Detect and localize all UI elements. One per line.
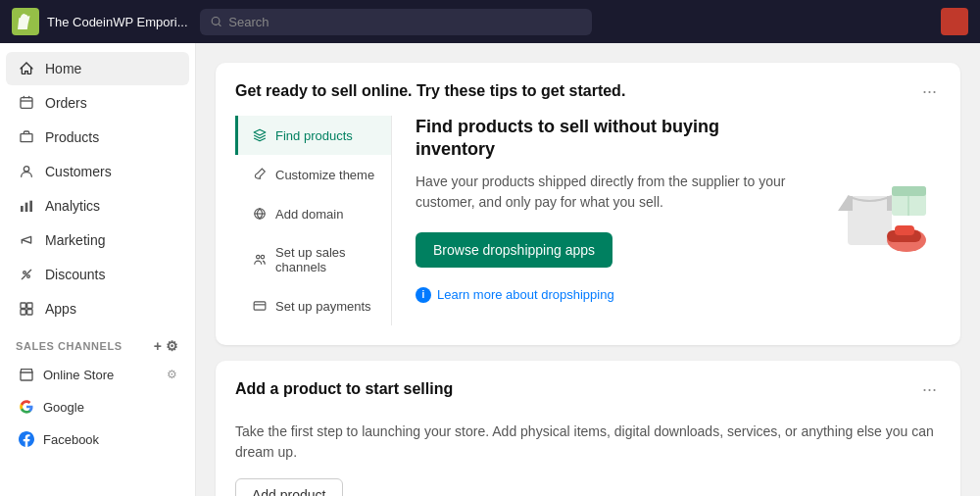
step-sales-channels[interactable]: Set up sales channels (235, 233, 391, 286)
step-customize-theme[interactable]: Customize theme (235, 155, 391, 194)
add-product-card-header-left: Add a product to start selling (235, 380, 453, 406)
avatar[interactable] (941, 8, 968, 35)
people-icon (252, 252, 268, 268)
sidebar-label-analytics: Analytics (45, 198, 100, 214)
learn-more-label: Learn more about dropshipping (437, 287, 614, 302)
step-add-domain-label: Add domain (275, 207, 343, 222)
step-customize-label: Customize theme (275, 168, 374, 182)
tag-icon (252, 127, 268, 143)
active-step-content: Find products to sell without buying inv… (392, 116, 823, 325)
step-sales-channels-label: Set up sales channels (275, 245, 377, 274)
sidebar-item-orders[interactable]: Orders (6, 86, 189, 120)
learn-more-link[interactable]: i Learn more about dropshipping (416, 287, 800, 303)
svg-point-3 (24, 167, 28, 172)
channel-facebook[interactable]: Facebook (6, 423, 189, 455)
svg-point-7 (24, 272, 26, 274)
home-icon (18, 60, 35, 77)
sidebar-item-home[interactable]: Home (6, 52, 189, 85)
add-product-title: Add a product to start selling (235, 380, 453, 398)
section-actions: + ⚙ (154, 338, 179, 354)
channel-label-facebook: Facebook (43, 432, 99, 447)
sidebar-item-marketing[interactable]: Marketing (6, 223, 189, 257)
orders-icon (18, 94, 35, 112)
topbar-right (941, 8, 968, 35)
sidebar-label-customers: Customers (45, 164, 112, 179)
steps-layout: Find products Customize theme Add domain (235, 116, 941, 325)
sales-channels-label: SALES CHANNELS (16, 340, 122, 352)
tips-card: Get ready to sell online. Try these tips… (216, 63, 960, 345)
step-find-products-label: Find products (275, 128, 353, 143)
sidebar-item-customers[interactable]: Customers (6, 155, 189, 188)
svg-point-14 (257, 255, 261, 259)
card-icon (252, 298, 268, 314)
svg-rect-5 (25, 203, 28, 212)
add-product-card-header: Add a product to start selling ··· (235, 380, 941, 406)
tips-more-button[interactable]: ··· (918, 82, 941, 100)
discounts-icon (18, 266, 35, 283)
svg-point-15 (261, 255, 265, 259)
logo: The CodeinWP Empori... (12, 8, 188, 35)
add-channel-icon[interactable]: + (154, 338, 163, 354)
sidebar-item-discounts[interactable]: Discounts (6, 258, 189, 291)
sidebar-label-discounts: Discounts (45, 267, 105, 282)
google-icon (18, 398, 35, 416)
svg-rect-17 (848, 196, 892, 245)
svg-rect-4 (21, 206, 24, 212)
search-icon (210, 15, 222, 28)
step-find-products[interactable]: Find products (235, 116, 391, 155)
sidebar-item-analytics[interactable]: Analytics (6, 189, 189, 223)
svg-rect-12 (27, 310, 32, 315)
sidebar: Home Orders Products Customers Analytics (0, 43, 196, 496)
sidebar-label-marketing: Marketing (45, 232, 105, 248)
svg-point-8 (27, 275, 30, 278)
sidebar-item-apps[interactable]: Apps (6, 292, 189, 325)
topbar: The CodeinWP Empori... (0, 0, 980, 43)
sidebar-label-apps: Apps (45, 301, 76, 317)
sidebar-item-products[interactable]: Products (6, 121, 189, 154)
store-icon (18, 366, 35, 383)
add-product-card: Add a product to start selling ··· Take … (216, 361, 960, 496)
step-add-domain[interactable]: Add domain (235, 194, 391, 233)
active-step-title: Find products to sell without buying inv… (416, 116, 800, 162)
step-payments[interactable]: Set up payments (235, 286, 391, 325)
main-content: Get ready to sell online. Try these tips… (196, 43, 980, 496)
sales-channels-section: SALES CHANNELS + ⚙ (0, 326, 195, 358)
svg-point-1 (212, 18, 220, 25)
brush-icon (252, 167, 268, 182)
channel-label-online-store: Online Store (43, 368, 114, 382)
channel-google[interactable]: Google (6, 391, 189, 422)
svg-rect-2 (21, 98, 32, 109)
store-name: The CodeinWP Empori... (47, 15, 188, 29)
search-input[interactable] (228, 15, 582, 29)
analytics-icon (18, 197, 35, 215)
step-illustration (823, 116, 941, 325)
marketing-icon (18, 231, 35, 249)
online-store-settings[interactable]: ⚙ (167, 368, 177, 381)
apps-icon (18, 300, 35, 318)
sidebar-label-orders: Orders (45, 95, 87, 111)
settings-icon[interactable]: ⚙ (166, 338, 179, 354)
step-payments-label: Set up payments (275, 299, 371, 314)
facebook-icon (18, 430, 35, 448)
svg-rect-16 (254, 302, 266, 310)
search-box (200, 9, 592, 35)
products-icon (18, 128, 35, 146)
add-product-description: Take the first step to launching your st… (235, 422, 941, 463)
tips-card-title: Get ready to sell online. Try these tips… (235, 82, 625, 100)
svg-rect-9 (21, 303, 25, 308)
channel-online-store[interactable]: Online Store ⚙ (6, 359, 189, 390)
customers-icon (18, 163, 35, 180)
info-icon: i (416, 287, 431, 303)
active-step-description: Have your products shipped directly from… (416, 172, 800, 213)
tips-card-header: Get ready to sell online. Try these tips… (235, 82, 941, 100)
svg-rect-11 (21, 310, 25, 315)
svg-rect-6 (29, 201, 32, 212)
add-product-button[interactable]: Add product (235, 478, 343, 496)
globe-icon (252, 206, 268, 222)
search-container (200, 9, 592, 35)
steps-list: Find products Customize theme Add domain (235, 116, 392, 325)
layout: Home Orders Products Customers Analytics (0, 43, 980, 496)
dropshipping-cta-button[interactable]: Browse dropshipping apps (416, 232, 612, 268)
add-product-more-button[interactable]: ··· (918, 380, 941, 398)
svg-rect-10 (27, 303, 32, 308)
